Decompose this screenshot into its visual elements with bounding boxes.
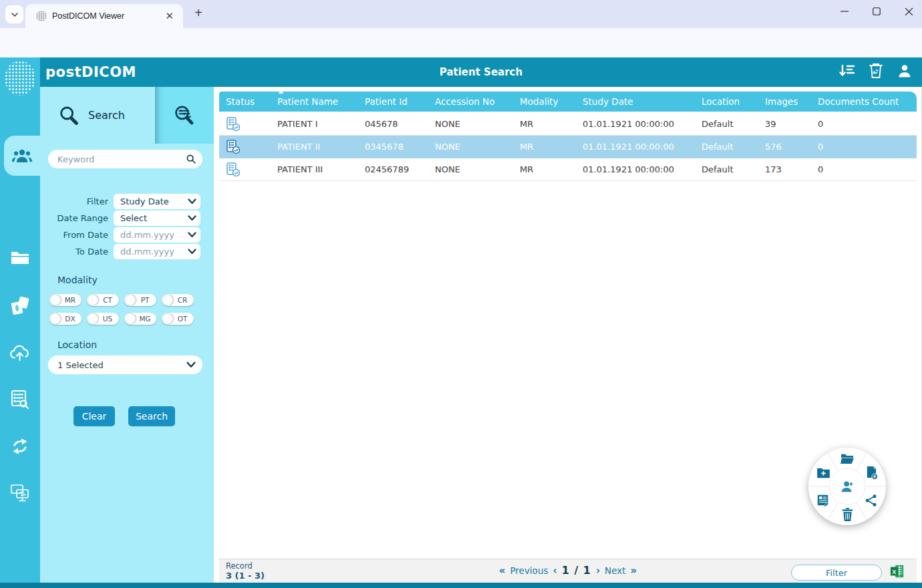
filter-select[interactable]: Study Date	[114, 194, 200, 209]
tab-close-icon[interactable]: ✕	[162, 10, 176, 22]
nav-item-remote-transfer[interactable]	[0, 474, 40, 512]
cell-modality: MR	[513, 119, 576, 129]
clear-button[interactable]: Clear	[73, 406, 115, 426]
sort-options-icon[interactable]	[839, 63, 855, 78]
from-date-select[interactable]: dd.mm.yyyy	[114, 227, 200, 243]
col-documents-count[interactable]: Documents Count	[811, 96, 917, 107]
col-images[interactable]: Images	[758, 96, 811, 107]
search-panel: Search Filter Study Date Date Range Sele…	[40, 87, 214, 583]
bottom-accent-strip	[0, 583, 922, 588]
window-maximize-button[interactable]	[870, 4, 883, 19]
nav-item-patient-search[interactable]	[4, 136, 40, 176]
nav-item-sync[interactable]	[0, 428, 40, 465]
window-minimize-button[interactable]	[838, 4, 851, 19]
keyword-search-icon[interactable]	[186, 154, 196, 164]
location-section-label: Location	[57, 339, 97, 350]
cell-documents-count: 0	[811, 142, 917, 152]
nav-item-upload[interactable]	[0, 334, 40, 372]
list-search-icon	[11, 390, 29, 410]
report-action-icon[interactable]	[816, 493, 830, 508]
toggle-knob	[88, 313, 98, 324]
nav-item-folders[interactable]	[0, 239, 40, 277]
modality-toggle-us[interactable]: US	[87, 313, 119, 325]
cell-location: Default	[695, 119, 758, 129]
tab-search-button[interactable]	[5, 5, 23, 23]
cell-location: Default	[695, 142, 758, 152]
delete-action-icon[interactable]	[840, 507, 855, 522]
open-folder-action-icon[interactable]	[840, 451, 855, 466]
modality-toggle-pt[interactable]: PT	[124, 294, 156, 306]
chevron-down-icon	[11, 11, 19, 19]
tab-basic-search[interactable]: Search	[40, 87, 155, 144]
nav-item-studies[interactable]	[0, 287, 40, 325]
chevron-down-icon	[188, 215, 196, 221]
modality-toggle-mr[interactable]: MR	[49, 294, 82, 306]
window-close-button[interactable]	[902, 4, 915, 19]
add-document-action-icon[interactable]	[864, 465, 879, 480]
toggle-knob	[162, 295, 173, 305]
add-patient-action-icon[interactable]	[840, 479, 855, 494]
image-stack-icon	[9, 296, 31, 316]
svg-text:X: X	[892, 569, 897, 575]
tab-advanced-search[interactable]	[155, 87, 214, 144]
table-row[interactable]: PATIENT III 02456789 NONE MR 01.01.1921 …	[219, 158, 917, 181]
recycle-bin-icon[interactable]	[869, 63, 883, 79]
modality-toggle-ot[interactable]: OT	[162, 313, 194, 325]
location-select[interactable]: 1 Selected	[48, 355, 202, 374]
keyword-input[interactable]	[48, 150, 202, 168]
modality-section-label: Modality	[57, 275, 98, 285]
cell-modality: MR	[513, 142, 576, 152]
study-status-icon	[226, 117, 242, 132]
search-button[interactable]: Search	[128, 406, 175, 426]
site-favicon-icon	[36, 11, 47, 21]
cell-accession-no: NONE	[428, 119, 513, 129]
to-date-select[interactable]: dd.mm.yyyy	[114, 244, 200, 259]
previous-arrow-icon[interactable]: ‹	[553, 565, 557, 577]
cell-location: Default	[695, 164, 758, 174]
next-arrow-icon[interactable]: ›	[596, 565, 600, 577]
add-folder-action-icon[interactable]	[816, 465, 830, 480]
toggle-knob	[162, 313, 173, 324]
new-tab-button[interactable]: +	[190, 5, 207, 21]
cell-documents-count: 0	[811, 164, 917, 174]
share-action-icon[interactable]	[864, 493, 879, 508]
radial-action-menu	[807, 446, 887, 527]
date-range-select[interactable]: Select	[114, 210, 200, 226]
toggle-knob	[50, 295, 61, 305]
last-page-icon[interactable]: »	[631, 565, 637, 577]
col-accession-no[interactable]: Accession No	[428, 96, 513, 107]
col-patient-name[interactable]: ▲Patient Name	[271, 96, 358, 107]
browser-tab-strip: PostDICOM Viewer ✕ +	[0, 0, 922, 28]
browser-tab[interactable]: PostDICOM Viewer ✕	[25, 4, 183, 28]
modality-toggle-cr[interactable]: CR	[162, 294, 194, 306]
col-modality[interactable]: Modality	[513, 96, 576, 107]
first-page-icon[interactable]: «	[499, 565, 506, 577]
table-row-selected[interactable]: PATIENT II 0345678 NONE MR 01.01.1921 00…	[219, 136, 917, 158]
export-excel-icon[interactable]: X	[890, 564, 905, 579]
chevron-down-icon	[188, 232, 196, 238]
account-profile-icon[interactable]	[897, 63, 913, 79]
advanced-search-icon	[172, 104, 196, 128]
modality-toggle-mg[interactable]: MG	[124, 313, 156, 325]
sort-asc-icon[interactable]: ▲	[279, 88, 283, 94]
col-location[interactable]: Location	[695, 96, 758, 107]
app-header: postDICOM Patient Search	[40, 57, 922, 87]
monitor-sync-icon	[10, 484, 30, 502]
next-page-button[interactable]: Next	[605, 565, 625, 576]
chevron-down-icon	[188, 249, 196, 255]
study-status-icon	[226, 162, 242, 177]
modality-toggle-dx[interactable]: DX	[49, 313, 82, 325]
patients-icon	[11, 148, 33, 164]
filter-button[interactable]: Filter	[791, 565, 882, 581]
postdicom-logo-sphere-icon	[5, 61, 35, 96]
col-study-date[interactable]: Study Date	[576, 96, 695, 107]
table-row[interactable]: PATIENT I 045678 NONE MR 01.01.1921 00:0…	[219, 113, 917, 136]
toggle-knob	[125, 295, 136, 305]
toggle-knob	[88, 295, 98, 305]
modality-toggle-ct[interactable]: CT	[87, 294, 119, 306]
nav-item-worklist[interactable]	[0, 381, 40, 418]
previous-page-button[interactable]: Previous	[510, 565, 548, 576]
folder-icon	[10, 250, 30, 266]
col-status[interactable]: Status	[219, 96, 271, 107]
col-patient-id[interactable]: Patient Id	[358, 96, 428, 107]
